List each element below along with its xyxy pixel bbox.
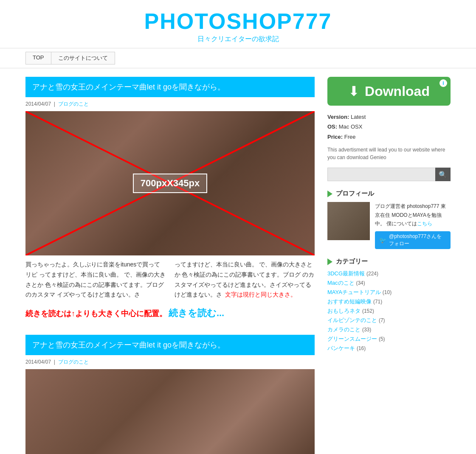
category-count: (34): [356, 280, 365, 286]
post-2-title: アナと雪の女王のメインテーマ曲let it goを聞きながら。: [32, 340, 308, 350]
post-1: アナと雪の女王のメインテーマ曲let it goを聞きながら。 2014/04/…: [25, 77, 315, 322]
post-1-image-bg: 700pxX345px: [25, 111, 315, 255]
category-count: (7): [379, 317, 385, 323]
category-count: (10): [383, 289, 392, 295]
post-1-title-bar[interactable]: アナと雪の女王のメインテーマ曲let it goを聞きながら。: [25, 77, 315, 97]
post-2-category[interactable]: ブログのこと: [58, 359, 89, 365]
profile-text-area: ブログ運営者 photoshop777 東京在住 MODOとMAYAを勉強中。 …: [375, 202, 451, 249]
category-link[interactable]: カメラのこと: [327, 326, 361, 333]
profile-link[interactable]: こちら: [417, 221, 432, 227]
profile-section-title: プロフィール: [327, 190, 451, 198]
image-size-label: 700pxX345px: [133, 174, 207, 193]
post-2: アナと雪の女王のメインテーマ曲let it goを聞きながら。 2014/04/…: [25, 335, 315, 454]
category-link[interactable]: 3DCG最新情報: [327, 270, 365, 277]
post-1-body: 買っちゃったよ。久しぶりに音楽をitunesで買ってリピ ってますけど、本当に良…: [25, 255, 315, 304]
category-count: (224): [366, 271, 378, 277]
category-list: 3DCG最新情報 (224)Macのこと (34)MAYAチュートリアル (10…: [327, 270, 451, 352]
price-value: Free: [344, 134, 356, 140]
post-2-meta: 2014/04/07 | ブログのこと: [25, 355, 315, 369]
navigation: TOP このサイトについて: [0, 48, 476, 68]
category-item: MAYAチュートリアル (10): [327, 289, 451, 296]
category-link[interactable]: Macのこと: [327, 280, 355, 286]
search-input[interactable]: [327, 168, 435, 181]
post-2-image: [25, 369, 315, 454]
post-2-date: 2014/04/07: [25, 359, 51, 365]
profile-section: プロフィール ブログ運営者 photoshop777 東京在住 MODOとMAY…: [327, 190, 451, 249]
version-value: Latest: [351, 114, 366, 120]
category-count: (71): [373, 299, 382, 305]
post-1-body-left: 買っちゃったよ。久しぶりに音楽をitunesで買ってリピ ってますけど、本当に良…: [25, 260, 166, 300]
category-count: (33): [362, 327, 371, 333]
category-link[interactable]: おすすめ短編映像: [327, 298, 372, 305]
category-count: (152): [362, 308, 374, 314]
os-value: Mac OSX: [339, 123, 363, 130]
category-count: (5): [379, 336, 385, 342]
post-1-body-right: ってますけど、本当に良い曲。 で、画像の大きさとか 色々検証の為にこの記事書いて…: [175, 260, 315, 300]
read-more-prefix: 続きを読むは↑よりも大きく中心に配置。: [25, 309, 167, 318]
post-1-category[interactable]: ブログのこと: [58, 101, 89, 107]
category-link[interactable]: おもしろネタ: [327, 308, 361, 314]
sidebar: i ⬇ Download Version: Latest OS: Mac OSX…: [327, 77, 451, 454]
download-box[interactable]: i ⬇ Download: [327, 77, 451, 106]
category-section-title: カテゴリー: [327, 258, 451, 266]
price-label: Price:: [327, 134, 343, 140]
category-count: (16): [357, 345, 366, 351]
version-info: Version: Latest OS: Mac OSX Price: Free: [327, 112, 451, 142]
post-1-date: 2014/04/07: [25, 101, 51, 107]
category-link[interactable]: MAYAチュートリアル: [327, 289, 381, 295]
search-bar: 🔍: [327, 168, 451, 181]
triangle-icon: [327, 191, 332, 197]
category-item: Macのこと (34): [327, 279, 451, 287]
category-item: パンケーキ (16): [327, 345, 451, 352]
profile-image: [327, 202, 370, 240]
nav-top[interactable]: TOP: [25, 52, 51, 64]
category-item: おすすめ短編映像 (71): [327, 298, 451, 305]
twitter-follow-button[interactable]: 🐦 @photoshop777さんをフォロー: [375, 231, 451, 249]
post-1-title: アナと雪の女王のメインテーマ曲let it goを聞きながら。: [32, 82, 308, 92]
post-1-meta: 2014/04/07 | ブログのこと: [25, 97, 315, 111]
header: PHOTOSHOP777 日々クリエイターの欲求記: [0, 0, 476, 48]
site-subtitle: 日々クリエイターの欲求記: [25, 35, 451, 44]
post-1-image: 700pxX345px: [25, 111, 315, 255]
post-1-note: 文字は現行と同じ大きさ。: [225, 291, 296, 298]
download-label: Download: [365, 84, 430, 99]
read-more-link[interactable]: 続きを読む...: [169, 308, 224, 318]
category-section: カテゴリー 3DCG最新情報 (224)Macのこと (34)MAYAチュートリ…: [327, 258, 451, 352]
version-label: Version:: [327, 114, 349, 120]
twitter-icon: 🐦: [379, 237, 386, 244]
profile-text: ブログ運営者 photoshop777 東京在住 MODOとMAYAを勉強中。 …: [375, 202, 451, 228]
twitter-handle: @photoshop777さんをフォロー: [389, 233, 446, 247]
read-more-bar: 続きを読むは↑よりも大きく中心に配置。 続きを読む...: [25, 304, 315, 322]
category-link[interactable]: パンケーキ: [327, 345, 355, 351]
category-item: 3DCG最新情報 (224): [327, 270, 451, 277]
ad-notice: This advertisment will lead you to our w…: [327, 146, 451, 161]
category-item: グリーンスムージー (5): [327, 335, 451, 343]
main-content: アナと雪の女王のメインテーマ曲let it goを聞きながら。 2014/04/…: [25, 77, 315, 454]
os-label: OS:: [327, 123, 337, 130]
post-2-title-bar[interactable]: アナと雪の女王のメインテーマ曲let it goを聞きながら。: [25, 335, 315, 355]
category-link[interactable]: グリーンスムージー: [327, 336, 377, 342]
site-title: PHOTOSHOP777: [25, 8, 451, 34]
download-arrow-icon: ⬇: [348, 83, 360, 99]
nav-about[interactable]: このサイトについて: [51, 52, 115, 64]
info-icon[interactable]: i: [439, 79, 447, 87]
category-item: カメラのこと (33): [327, 326, 451, 333]
category-item: イルビゾンテのこと (7): [327, 317, 451, 324]
triangle-icon-2: [327, 258, 332, 265]
category-item: おもしろネタ (152): [327, 307, 451, 315]
profile-content: ブログ運営者 photoshop777 東京在住 MODOとMAYAを勉強中。 …: [327, 202, 451, 249]
search-button[interactable]: 🔍: [435, 168, 451, 181]
category-link[interactable]: イルビゾンテのこと: [327, 317, 377, 323]
